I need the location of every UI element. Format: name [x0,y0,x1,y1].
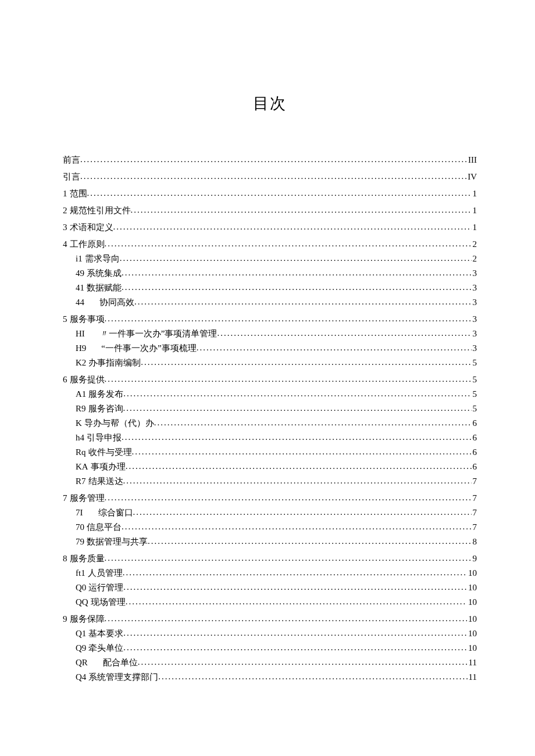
toc-leader [105,615,468,623]
toc-leader [113,223,472,231]
toc-leader [138,658,468,667]
toc-entry-label: 牵头单位 [88,644,123,653]
toc-entry-page: IV [466,173,477,181]
toc-row: 41数据赋能3 [63,284,477,292]
toc-leader [126,463,472,471]
toc-entry-label: 服务发布 [88,390,123,399]
toc-entry-page: 6 [472,448,477,457]
toc-entry-number: R7 [76,477,86,486]
toc-entry-number: 7I [76,508,83,517]
toc-row: 引言IV [63,173,477,181]
toc-entry-page: 7 [472,523,477,532]
toc-entry-number: 5 [63,315,67,324]
toc-entry-label: 服务管理 [70,494,105,503]
toc-leader [123,644,467,652]
toc-leader [123,569,467,577]
toc-row: 8服务质量9 [63,554,477,563]
toc-leader [122,284,472,292]
toc-leader [122,269,472,277]
toc-entry-page: 11 [468,658,477,667]
toc-entry-number: h4 [76,433,84,442]
toc-row: h4引导申报6 [63,433,477,442]
toc-entry-label: 引导申报 [87,433,122,442]
toc-row: QR配合单位11 [63,658,477,667]
toc-leader [105,494,472,502]
toc-entry-page: 1 [472,223,477,232]
toc-row: 7服务管理7 [63,494,477,503]
toc-row: H9“一件事一次办”事项梳理3 [63,344,477,353]
toc-entry-label: 配合单位 [103,658,138,667]
toc-entry-number: R9 [76,404,86,413]
toc-row: 3术语和定义1 [63,223,477,232]
toc-leader [122,523,472,531]
toc-entry-label: 服务咨询 [88,404,123,413]
toc-entry-number: Q1 [76,629,86,638]
toc-leader [105,375,472,384]
toc-entry-number: 41 [76,284,84,292]
toc-entry-page: 8 [472,538,477,546]
toc-row: 前言III [63,156,477,164]
toc-leader [134,298,472,306]
toc-entry-label: 〃一件事一次办”事项清单管理 [100,329,217,338]
toc-row: 5服务事项3 [63,315,477,324]
toc-row: R9服务咨询5 [63,404,477,413]
toc-leader [126,598,467,606]
toc-entry-number: 3 [63,223,67,232]
toc-list: 前言III引言IV1范围12规范性引用文件13术语和定义14工作原则2i1需求导… [63,156,477,682]
toc-entry-number: QQ [76,598,88,607]
toc-entry-label: 结果送达 [88,477,123,486]
toc-entry-page: 3 [472,344,477,353]
toc-entry-label: 服务质量 [70,554,105,563]
toc-entry-label: 收件与受理 [88,448,132,457]
page-title: 目次 [63,93,477,114]
toc-row: A1服务发布5 [63,390,477,399]
toc-entry-number: 7 [63,494,67,503]
toc-entry-page: 9 [472,554,477,563]
toc-entry-page: 7 [472,477,477,486]
toc-leader [105,315,472,323]
toc-entry-page: 2 [472,255,477,263]
toc-row: 1范围1 [63,189,477,198]
toc-entry-number: H9 [76,344,86,353]
toc-leader [131,206,472,214]
toc-leader [123,404,472,413]
toc-entry-page: 3 [472,315,477,324]
toc-leader [122,433,472,442]
toc-row: Rq收件与受理6 [63,448,477,457]
toc-entry-number: 44 [76,298,84,307]
toc-entry-number: Q9 [76,644,86,653]
toc-entry-number: QR [76,658,88,667]
toc-leader [132,448,472,456]
toc-entry-number: KA [76,463,88,471]
toc-entry-page: 7 [472,508,477,517]
toc-leader [158,673,467,681]
toc-entry-number: K2 [76,359,86,367]
toc-entry-label: 运行管理 [88,583,123,592]
toc-entry-page: 3 [472,329,477,338]
toc-row: 44协同高效3 [63,298,477,307]
toc-row: 49系统集成3 [63,269,477,278]
toc-entry-label: 数据赋能 [87,284,122,292]
toc-entry-page: 10 [467,629,477,638]
toc-leader [133,508,472,517]
toc-entry-label: 事项办理 [91,463,126,471]
toc-row: i1需求导向2 [63,255,477,263]
toc-leader [123,629,467,637]
toc-entry-number: 8 [63,554,67,563]
toc-entry-page: 3 [472,269,477,278]
toc-entry-number: A1 [76,390,86,399]
toc-entry-number: HI [76,329,85,338]
toc-entry-page: 5 [472,359,477,367]
toc-entry-page: 6 [472,463,477,471]
toc-entry-number: Q0 [76,583,86,592]
toc-entry-number: 79 [76,538,84,546]
toc-page: 目次 前言III引言IV1范围12规范性引用文件13术语和定义14工作原则2i1… [0,0,535,728]
toc-row: KA事项办理6 [63,463,477,471]
toc-row: Q1基本要求10 [63,629,477,638]
toc-entry-page: 6 [472,433,477,442]
toc-entry-label: 系统管理支撑部门 [88,673,158,682]
toc-row: K2办事指南编制5 [63,359,477,367]
toc-row: Q0运行管理10 [63,583,477,592]
toc-entry-page: 10 [467,598,477,607]
toc-row: 7I综合窗口7 [63,508,477,517]
